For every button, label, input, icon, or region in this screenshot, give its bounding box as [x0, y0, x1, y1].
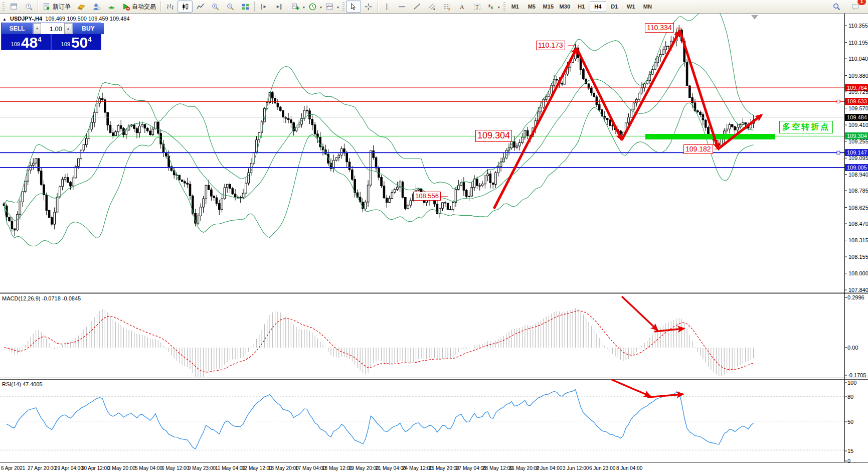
indicators-icon	[291, 3, 300, 11]
periods-button[interactable]	[307, 1, 324, 13]
svg-text:A: A	[460, 4, 464, 11]
new-order-label: 新订单	[53, 3, 71, 11]
cursor-button[interactable]	[346, 1, 361, 13]
crosshair-button[interactable]	[361, 1, 376, 13]
buy-price-prefix: 109	[61, 41, 70, 47]
timeframe-mn-button[interactable]: MN	[639, 1, 656, 12]
dropdown-caret-icon[interactable]	[335, 3, 339, 10]
volume-decrease-button[interactable]	[33, 23, 41, 34]
label-button[interactable]: T	[470, 1, 485, 13]
sell-button[interactable]: SELL	[2, 23, 33, 34]
ohlc-values: 109.469 109.500 109.459 109.484	[45, 16, 129, 22]
volume-input[interactable]	[41, 23, 64, 34]
text-icon: A	[458, 3, 466, 11]
sell-price-prefix: 109	[11, 41, 20, 47]
dropdown-caret-icon[interactable]	[496, 3, 500, 10]
fibonacci-icon: F	[443, 3, 451, 11]
tile-windows-button[interactable]	[238, 1, 253, 13]
volume-control	[33, 23, 73, 34]
candles-chart-icon	[181, 3, 190, 11]
timeframe-m30-button[interactable]: M30	[557, 1, 573, 12]
chart-window-icon	[10, 3, 18, 11]
horizontal-line-icon	[398, 3, 406, 11]
person-icon	[92, 3, 101, 11]
zoom-out-button[interactable]	[223, 1, 238, 13]
clock-icon	[308, 3, 317, 11]
dropdown-caret-icon[interactable]	[301, 3, 305, 10]
auto-scroll-button[interactable]	[271, 1, 286, 13]
template-icon	[325, 3, 334, 11]
indicators-button[interactable]	[290, 1, 307, 13]
timeframe-w1-button[interactable]: W1	[623, 1, 639, 12]
signals-button[interactable]	[104, 1, 119, 13]
toolbar-separator	[160, 2, 161, 12]
candles-chart-button[interactable]	[178, 1, 193, 13]
auto-trading-icon	[122, 3, 130, 11]
gold-ingot-icon	[77, 3, 86, 11]
one-click-trading-panel: SELL BUY 109 48 4 109 50 4	[1, 23, 101, 50]
auto-scroll-icon	[275, 3, 283, 11]
line-chart-button[interactable]	[193, 1, 208, 13]
chart-canvas[interactable]	[0, 0, 868, 475]
text-label-icon: T	[473, 3, 481, 11]
timeframe-m1-button[interactable]: M1	[507, 1, 524, 12]
expand-quotes-icon[interactable]	[3, 16, 9, 22]
zoom-in-icon	[211, 3, 220, 11]
svg-text:F: F	[449, 8, 451, 11]
chart-shift-button[interactable]	[256, 1, 271, 13]
equidistant-channel-icon: E	[428, 3, 436, 11]
notification-count-badge: 1	[857, 0, 866, 5]
toolbar-grip	[3, 2, 5, 11]
tile-windows-icon	[241, 3, 250, 11]
buy-price[interactable]: 109 50 4	[52, 34, 101, 50]
arrows-button[interactable]	[485, 1, 502, 13]
buy-button[interactable]: BUY	[73, 23, 104, 34]
volume-increase-button[interactable]	[64, 23, 72, 34]
rsi-label: RSI(14) 47.4005	[2, 381, 43, 387]
symbol-label: USDJPY-,H4	[10, 16, 42, 22]
timeframe-h1-button[interactable]: H1	[573, 1, 590, 12]
bars-chart-icon	[166, 3, 175, 11]
sell-price-pip: 4	[38, 36, 41, 43]
toolbar-grip	[503, 2, 505, 11]
zoom-in-button[interactable]	[208, 1, 223, 13]
chart-window-button[interactable]	[6, 1, 21, 13]
auto-trading-button[interactable]: 自动交易	[119, 1, 159, 13]
timeframe-d1-button[interactable]: D1	[606, 1, 623, 12]
chart-header: USDJPY-,H4 109.469 109.500 109.459 109.4…	[3, 16, 130, 22]
accounts-button[interactable]	[89, 1, 104, 13]
arrows-icon	[486, 3, 495, 11]
toolbar-separator	[288, 2, 288, 12]
new-order-icon	[43, 3, 51, 11]
timeframe-m5-button[interactable]: M5	[524, 1, 540, 12]
new-order-button[interactable]: 新订单	[40, 1, 74, 13]
channel-button[interactable]: E	[425, 1, 440, 13]
fibonacci-button[interactable]: F	[440, 1, 455, 13]
buy-price-big: 50	[71, 36, 88, 49]
dropdown-caret-icon[interactable]	[318, 3, 322, 10]
vertical-line-button[interactable]	[380, 1, 395, 13]
buy-price-pip: 4	[88, 36, 91, 43]
line-chart-icon	[196, 3, 205, 11]
toolbar-separator	[254, 2, 255, 12]
cursor-icon	[349, 3, 358, 11]
toolbar: 新订单 自动交易	[0, 0, 868, 14]
timeframe-h4-button[interactable]: H4	[590, 1, 606, 12]
bars-chart-button[interactable]	[162, 1, 178, 13]
horizontal-line-button[interactable]	[395, 1, 410, 13]
svg-text:T: T	[476, 4, 479, 10]
strategy-tester-icon	[25, 3, 33, 11]
new-chart-button[interactable]	[74, 1, 89, 13]
strategy-tester-button[interactable]	[21, 1, 36, 13]
sell-price[interactable]: 109 48 4	[2, 34, 52, 50]
search-button[interactable]	[829, 1, 844, 13]
signal-icon	[107, 3, 116, 11]
vertical-line-icon	[383, 3, 391, 11]
templates-button[interactable]	[324, 1, 341, 13]
svg-text:E: E	[434, 8, 436, 11]
text-button[interactable]: A	[455, 1, 470, 13]
timeframe-m15-button[interactable]: M15	[540, 1, 557, 12]
notifications-button[interactable]: 1	[848, 1, 863, 13]
zoom-out-icon	[226, 3, 235, 11]
trendline-button[interactable]	[410, 1, 425, 13]
